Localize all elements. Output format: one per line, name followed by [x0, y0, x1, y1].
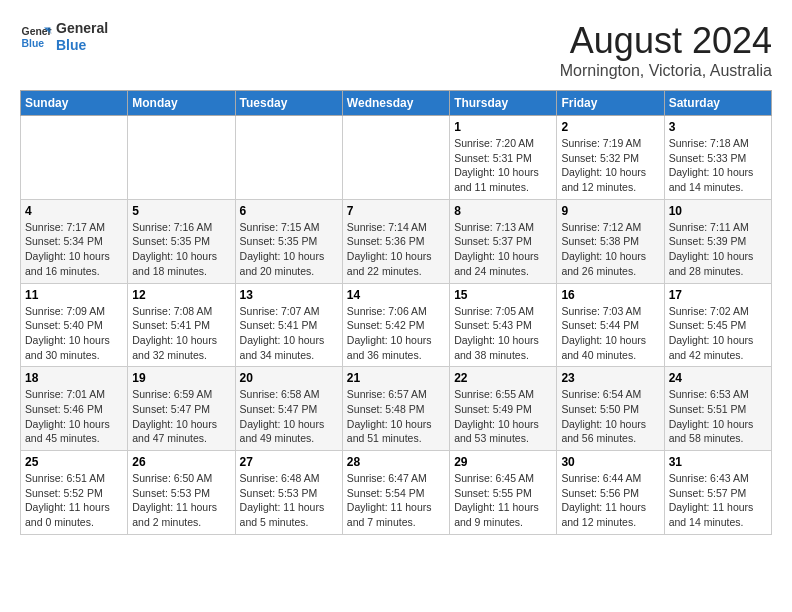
calendar-cell: 3Sunrise: 7:18 AM Sunset: 5:33 PM Daylig… [664, 116, 771, 200]
calendar-table: SundayMondayTuesdayWednesdayThursdayFrid… [20, 90, 772, 535]
day-number: 28 [347, 455, 445, 469]
day-info: Sunrise: 6:44 AM Sunset: 5:56 PM Dayligh… [561, 471, 659, 530]
day-number: 3 [669, 120, 767, 134]
day-info: Sunrise: 7:12 AM Sunset: 5:38 PM Dayligh… [561, 220, 659, 279]
weekday-header: Wednesday [342, 91, 449, 116]
calendar-cell: 7Sunrise: 7:14 AM Sunset: 5:36 PM Daylig… [342, 199, 449, 283]
day-info: Sunrise: 6:55 AM Sunset: 5:49 PM Dayligh… [454, 387, 552, 446]
logo-icon: General Blue [20, 21, 52, 53]
weekday-header: Tuesday [235, 91, 342, 116]
day-number: 30 [561, 455, 659, 469]
calendar-cell: 16Sunrise: 7:03 AM Sunset: 5:44 PM Dayli… [557, 283, 664, 367]
day-info: Sunrise: 7:18 AM Sunset: 5:33 PM Dayligh… [669, 136, 767, 195]
day-info: Sunrise: 7:05 AM Sunset: 5:43 PM Dayligh… [454, 304, 552, 363]
svg-text:Blue: Blue [22, 37, 45, 48]
day-number: 4 [25, 204, 123, 218]
day-number: 14 [347, 288, 445, 302]
calendar-cell: 6Sunrise: 7:15 AM Sunset: 5:35 PM Daylig… [235, 199, 342, 283]
day-info: Sunrise: 6:50 AM Sunset: 5:53 PM Dayligh… [132, 471, 230, 530]
calendar-cell: 21Sunrise: 6:57 AM Sunset: 5:48 PM Dayli… [342, 367, 449, 451]
day-info: Sunrise: 6:58 AM Sunset: 5:47 PM Dayligh… [240, 387, 338, 446]
calendar-cell: 13Sunrise: 7:07 AM Sunset: 5:41 PM Dayli… [235, 283, 342, 367]
calendar-cell: 19Sunrise: 6:59 AM Sunset: 5:47 PM Dayli… [128, 367, 235, 451]
day-info: Sunrise: 7:01 AM Sunset: 5:46 PM Dayligh… [25, 387, 123, 446]
calendar-cell: 31Sunrise: 6:43 AM Sunset: 5:57 PM Dayli… [664, 451, 771, 535]
logo-text-line1: General [56, 20, 108, 37]
calendar-cell [342, 116, 449, 200]
weekday-header: Friday [557, 91, 664, 116]
day-info: Sunrise: 6:57 AM Sunset: 5:48 PM Dayligh… [347, 387, 445, 446]
day-info: Sunrise: 6:48 AM Sunset: 5:53 PM Dayligh… [240, 471, 338, 530]
day-info: Sunrise: 7:02 AM Sunset: 5:45 PM Dayligh… [669, 304, 767, 363]
calendar-cell: 14Sunrise: 7:06 AM Sunset: 5:42 PM Dayli… [342, 283, 449, 367]
day-info: Sunrise: 6:51 AM Sunset: 5:52 PM Dayligh… [25, 471, 123, 530]
calendar-week-row: 25Sunrise: 6:51 AM Sunset: 5:52 PM Dayli… [21, 451, 772, 535]
day-number: 31 [669, 455, 767, 469]
calendar-cell: 27Sunrise: 6:48 AM Sunset: 5:53 PM Dayli… [235, 451, 342, 535]
day-number: 1 [454, 120, 552, 134]
calendar-cell: 2Sunrise: 7:19 AM Sunset: 5:32 PM Daylig… [557, 116, 664, 200]
calendar-cell: 8Sunrise: 7:13 AM Sunset: 5:37 PM Daylig… [450, 199, 557, 283]
day-number: 23 [561, 371, 659, 385]
day-info: Sunrise: 6:54 AM Sunset: 5:50 PM Dayligh… [561, 387, 659, 446]
calendar-cell: 12Sunrise: 7:08 AM Sunset: 5:41 PM Dayli… [128, 283, 235, 367]
calendar-cell: 10Sunrise: 7:11 AM Sunset: 5:39 PM Dayli… [664, 199, 771, 283]
day-number: 5 [132, 204, 230, 218]
day-number: 11 [25, 288, 123, 302]
day-info: Sunrise: 7:11 AM Sunset: 5:39 PM Dayligh… [669, 220, 767, 279]
calendar-week-row: 18Sunrise: 7:01 AM Sunset: 5:46 PM Dayli… [21, 367, 772, 451]
calendar-cell: 22Sunrise: 6:55 AM Sunset: 5:49 PM Dayli… [450, 367, 557, 451]
calendar-week-row: 11Sunrise: 7:09 AM Sunset: 5:40 PM Dayli… [21, 283, 772, 367]
day-number: 16 [561, 288, 659, 302]
calendar-cell: 5Sunrise: 7:16 AM Sunset: 5:35 PM Daylig… [128, 199, 235, 283]
logo: General Blue General Blue [20, 20, 108, 54]
calendar-cell: 26Sunrise: 6:50 AM Sunset: 5:53 PM Dayli… [128, 451, 235, 535]
day-number: 9 [561, 204, 659, 218]
day-number: 17 [669, 288, 767, 302]
day-number: 6 [240, 204, 338, 218]
calendar-cell: 11Sunrise: 7:09 AM Sunset: 5:40 PM Dayli… [21, 283, 128, 367]
calendar-cell: 9Sunrise: 7:12 AM Sunset: 5:38 PM Daylig… [557, 199, 664, 283]
day-number: 24 [669, 371, 767, 385]
calendar-cell [21, 116, 128, 200]
calendar-cell: 24Sunrise: 6:53 AM Sunset: 5:51 PM Dayli… [664, 367, 771, 451]
day-number: 26 [132, 455, 230, 469]
day-info: Sunrise: 7:06 AM Sunset: 5:42 PM Dayligh… [347, 304, 445, 363]
calendar-cell: 28Sunrise: 6:47 AM Sunset: 5:54 PM Dayli… [342, 451, 449, 535]
day-info: Sunrise: 7:13 AM Sunset: 5:37 PM Dayligh… [454, 220, 552, 279]
day-info: Sunrise: 7:03 AM Sunset: 5:44 PM Dayligh… [561, 304, 659, 363]
day-info: Sunrise: 7:17 AM Sunset: 5:34 PM Dayligh… [25, 220, 123, 279]
calendar-cell [235, 116, 342, 200]
weekday-header: Thursday [450, 91, 557, 116]
day-number: 27 [240, 455, 338, 469]
calendar-week-row: 1Sunrise: 7:20 AM Sunset: 5:31 PM Daylig… [21, 116, 772, 200]
day-number: 7 [347, 204, 445, 218]
calendar-cell: 20Sunrise: 6:58 AM Sunset: 5:47 PM Dayli… [235, 367, 342, 451]
day-number: 10 [669, 204, 767, 218]
calendar-cell: 18Sunrise: 7:01 AM Sunset: 5:46 PM Dayli… [21, 367, 128, 451]
day-number: 15 [454, 288, 552, 302]
day-number: 13 [240, 288, 338, 302]
calendar-cell: 4Sunrise: 7:17 AM Sunset: 5:34 PM Daylig… [21, 199, 128, 283]
calendar-cell: 1Sunrise: 7:20 AM Sunset: 5:31 PM Daylig… [450, 116, 557, 200]
page-header: General Blue General Blue August 2024 Mo… [20, 20, 772, 80]
calendar-cell: 17Sunrise: 7:02 AM Sunset: 5:45 PM Dayli… [664, 283, 771, 367]
day-number: 19 [132, 371, 230, 385]
weekday-header: Sunday [21, 91, 128, 116]
day-number: 20 [240, 371, 338, 385]
day-number: 8 [454, 204, 552, 218]
day-number: 18 [25, 371, 123, 385]
day-number: 22 [454, 371, 552, 385]
weekday-header-row: SundayMondayTuesdayWednesdayThursdayFrid… [21, 91, 772, 116]
location-title: Mornington, Victoria, Australia [560, 62, 772, 80]
title-block: August 2024 Mornington, Victoria, Austra… [560, 20, 772, 80]
day-info: Sunrise: 7:20 AM Sunset: 5:31 PM Dayligh… [454, 136, 552, 195]
day-info: Sunrise: 6:53 AM Sunset: 5:51 PM Dayligh… [669, 387, 767, 446]
day-info: Sunrise: 6:45 AM Sunset: 5:55 PM Dayligh… [454, 471, 552, 530]
day-number: 21 [347, 371, 445, 385]
day-info: Sunrise: 6:47 AM Sunset: 5:54 PM Dayligh… [347, 471, 445, 530]
day-info: Sunrise: 7:14 AM Sunset: 5:36 PM Dayligh… [347, 220, 445, 279]
calendar-cell: 15Sunrise: 7:05 AM Sunset: 5:43 PM Dayli… [450, 283, 557, 367]
calendar-week-row: 4Sunrise: 7:17 AM Sunset: 5:34 PM Daylig… [21, 199, 772, 283]
calendar-cell [128, 116, 235, 200]
